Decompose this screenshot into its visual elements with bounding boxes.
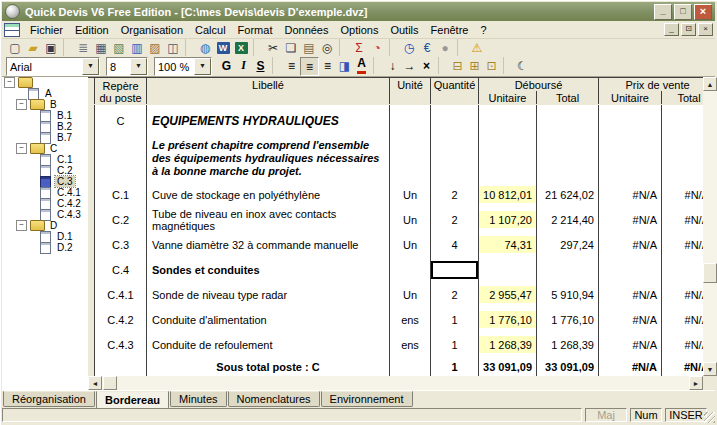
font-size-select[interactable]: 8 ▼ [106,57,148,76]
maximize-button[interactable]: □ [674,4,692,20]
cell-qty[interactable]: 1 [431,357,479,376]
selected-cell[interactable] [431,261,478,279]
print-icon[interactable]: ▦ [92,39,110,56]
tree-item-D.2[interactable]: D.2 [2,242,88,253]
save-icon[interactable]: ▣ [42,39,60,56]
row-header-strip[interactable] [88,332,95,357]
clock-icon[interactable]: ◷ [400,39,418,56]
editable-cost-cell[interactable]: 2 955,47 [479,286,536,303]
cell-cost-total[interactable]: 5 910,94 [537,282,599,307]
cell-price-unit[interactable]: #N/A [599,357,662,376]
cell-price-unit[interactable]: #N/A [599,232,662,257]
cell-price-unit[interactable] [599,105,662,137]
document-window-icon[interactable] [4,23,20,37]
cell-label[interactable]: Sonde de niveau type radar [147,282,390,307]
cell-cost-total[interactable]: 1 776,10 [537,307,599,332]
editable-cost-cell[interactable]: 1 268,39 [479,336,536,353]
pie-chart-icon[interactable]: ◔ [368,39,386,56]
cell-unit[interactable] [390,137,431,182]
chevron-down-icon[interactable]: ▼ [194,58,211,75]
editable-cost-cell[interactable]: 10 812,01 [479,186,536,203]
cell-ref[interactable]: C.4 [95,257,147,282]
globe-icon[interactable]: ◍ [196,39,214,56]
row-header-strip[interactable] [88,307,95,332]
tab-minutes[interactable]: Minutes [170,391,227,407]
cell-cost-total[interactable]: 297,24 [537,232,599,257]
align-right-button[interactable]: ≡ [319,57,336,74]
print-preview-icon[interactable]: ◫ [164,39,182,56]
cell-unit[interactable]: ens [390,332,431,357]
delete-cells-button[interactable]: × [418,57,435,74]
tab-réorganisation[interactable]: Réorganisation [3,391,95,407]
scroll-left-icon[interactable]: ◄ [88,376,102,390]
cell-label[interactable]: Sous total poste : C [147,357,390,376]
row-insert-button[interactable]: ⊞ [466,57,483,74]
scroll-up-icon[interactable]: ▲ [703,77,717,91]
vertical-scrollbar[interactable] [703,77,717,376]
cell-cost-total[interactable]: 21 624,02 [537,182,599,207]
row-header-strip[interactable] [88,257,95,282]
tree-item-C.4.2[interactable]: C.4.2 [2,198,88,209]
cell-qty[interactable]: 4 [431,232,479,257]
cell-cost-unit[interactable]: 74,31 [479,232,537,257]
find-icon[interactable]: ◎ [318,39,336,56]
bold-button[interactable]: G [218,57,235,74]
cell-price-unit[interactable]: #N/A [599,307,662,332]
child-minimize-button[interactable]: _ [664,23,679,36]
cell-qty[interactable] [431,105,479,137]
cell-label[interactable]: Tube de niveau en inox avec contacts mag… [147,207,390,232]
cell-price-unit[interactable]: #N/A [599,282,662,307]
row-header-strip[interactable] [88,105,95,137]
cell-label[interactable]: Conduite d'alimentation [147,307,390,332]
sphere-icon[interactable]: ● [436,39,454,56]
cell-ref[interactable]: C.3 [95,232,147,257]
word-export-icon[interactable]: W [214,39,232,56]
cell-cost-unit[interactable] [479,257,537,282]
insert-right-button[interactable]: → [401,57,418,74]
tree-item-C.4.3[interactable]: C.4.3 [2,209,88,220]
tree-item-B.2[interactable]: B.2 [2,121,88,132]
document-blue-icon[interactable]: ▥ [128,39,146,56]
child-close-button[interactable]: × [698,23,713,36]
cell-label[interactable]: EQUIPEMENTS HYDRAULIQUES [147,105,390,137]
tree-item-D[interactable]: −D [2,220,88,231]
menu-calcul[interactable]: Calcul [189,23,232,37]
database-icon[interactable]: ≣ [74,39,92,56]
menu-options[interactable]: Options [335,23,385,37]
cell-label[interactable]: Le présent chapitre comprend l'ensemble … [147,137,390,182]
cell-cost-unit[interactable]: 2 955,47 [479,282,537,307]
editable-cost-cell[interactable]: 74,31 [479,236,536,253]
row-cut-button[interactable]: ⊟ [449,57,466,74]
cell-cost-unit[interactable] [479,137,537,182]
cell-unit[interactable]: Un [390,282,431,307]
font-color-button[interactable]: A [353,57,370,74]
cell-cost-unit[interactable]: 1 107,20 [479,207,537,232]
tree-item-root[interactable]: − [2,77,88,88]
zoom-select[interactable]: 100 % ▼ [154,57,212,76]
menu-edition[interactable]: Edition [69,23,115,37]
merge-cells-button[interactable]: ◨ [336,57,353,74]
cell-unit[interactable]: Un [390,182,431,207]
tree-item-B[interactable]: −B [2,99,88,110]
menu-organisation[interactable]: Organisation [115,23,189,37]
menu-fichier[interactable]: Fichier [24,23,69,37]
tree-item-B.1[interactable]: B.1 [2,110,88,121]
scroll-down-icon[interactable]: ▼ [703,362,717,376]
align-center-button[interactable]: ≡ [300,57,319,76]
copy-icon[interactable]: ❏ [282,39,300,56]
tree-item-C.4.1[interactable]: C.4.1 [2,187,88,198]
cell-cost-total[interactable] [537,257,599,282]
underline-button[interactable]: S [252,57,269,74]
cell-ref[interactable]: C.4.3 [95,332,147,357]
page-setup-icon[interactable]: ▧ [110,39,128,56]
row-header-strip[interactable] [88,357,95,376]
new-document-icon[interactable]: ▢ [6,39,24,56]
cell-ref[interactable] [95,357,147,376]
row-header-strip[interactable] [88,282,95,307]
horizontal-scroll-thumb[interactable] [103,376,117,390]
cell-qty[interactable] [431,137,479,182]
cell-price-unit[interactable] [599,257,662,282]
cell-cost-unit[interactable] [479,105,537,137]
close-button[interactable]: × [694,4,712,20]
chevron-down-icon[interactable]: ▼ [82,58,99,75]
